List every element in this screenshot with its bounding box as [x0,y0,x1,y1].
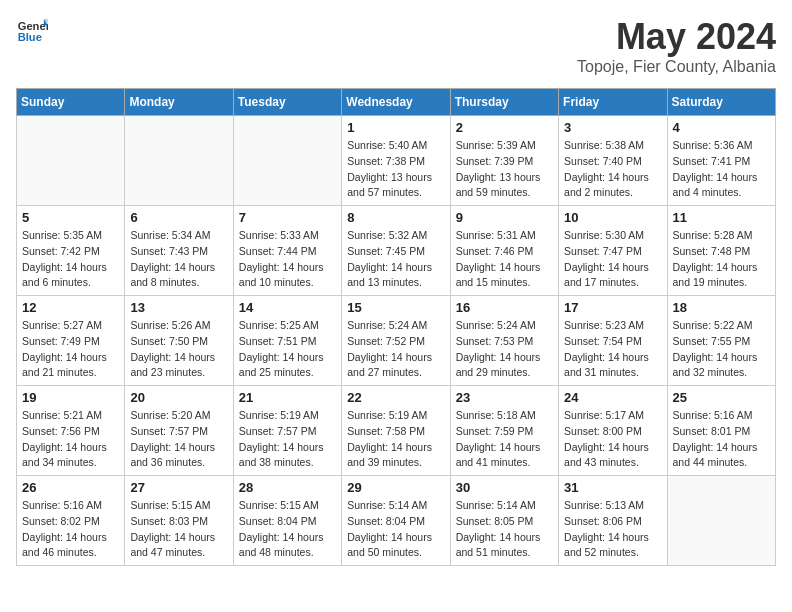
calendar-cell: 13Sunrise: 5:26 AMSunset: 7:50 PMDayligh… [125,296,233,386]
calendar-cell: 24Sunrise: 5:17 AMSunset: 8:00 PMDayligh… [559,386,667,476]
page-header: General Blue May 2024 Topoje, Fier Count… [16,16,776,76]
cell-info: Sunrise: 5:13 AMSunset: 8:06 PMDaylight:… [564,498,661,561]
cell-day-number: 26 [22,480,119,495]
cell-info: Sunrise: 5:17 AMSunset: 8:00 PMDaylight:… [564,408,661,471]
calendar-cell: 12Sunrise: 5:27 AMSunset: 7:49 PMDayligh… [17,296,125,386]
cell-info: Sunrise: 5:16 AMSunset: 8:02 PMDaylight:… [22,498,119,561]
cell-info: Sunrise: 5:15 AMSunset: 8:03 PMDaylight:… [130,498,227,561]
cell-info: Sunrise: 5:21 AMSunset: 7:56 PMDaylight:… [22,408,119,471]
cell-info: Sunrise: 5:19 AMSunset: 7:58 PMDaylight:… [347,408,444,471]
cell-day-number: 31 [564,480,661,495]
calendar-cell: 20Sunrise: 5:20 AMSunset: 7:57 PMDayligh… [125,386,233,476]
location-title: Topoje, Fier County, Albania [577,58,776,76]
cell-info: Sunrise: 5:32 AMSunset: 7:45 PMDaylight:… [347,228,444,291]
calendar-cell: 28Sunrise: 5:15 AMSunset: 8:04 PMDayligh… [233,476,341,566]
cell-info: Sunrise: 5:26 AMSunset: 7:50 PMDaylight:… [130,318,227,381]
cell-day-number: 2 [456,120,553,135]
cell-info: Sunrise: 5:28 AMSunset: 7:48 PMDaylight:… [673,228,770,291]
cell-info: Sunrise: 5:33 AMSunset: 7:44 PMDaylight:… [239,228,336,291]
cell-info: Sunrise: 5:23 AMSunset: 7:54 PMDaylight:… [564,318,661,381]
calendar-cell: 5Sunrise: 5:35 AMSunset: 7:42 PMDaylight… [17,206,125,296]
cell-day-number: 25 [673,390,770,405]
week-row-4: 19Sunrise: 5:21 AMSunset: 7:56 PMDayligh… [17,386,776,476]
cell-day-number: 10 [564,210,661,225]
calendar-cell: 31Sunrise: 5:13 AMSunset: 8:06 PMDayligh… [559,476,667,566]
calendar-cell: 14Sunrise: 5:25 AMSunset: 7:51 PMDayligh… [233,296,341,386]
week-row-3: 12Sunrise: 5:27 AMSunset: 7:49 PMDayligh… [17,296,776,386]
cell-info: Sunrise: 5:24 AMSunset: 7:52 PMDaylight:… [347,318,444,381]
calendar-cell: 19Sunrise: 5:21 AMSunset: 7:56 PMDayligh… [17,386,125,476]
cell-day-number: 29 [347,480,444,495]
weekday-header-thursday: Thursday [450,89,558,116]
calendar-cell: 26Sunrise: 5:16 AMSunset: 8:02 PMDayligh… [17,476,125,566]
cell-info: Sunrise: 5:14 AMSunset: 8:05 PMDaylight:… [456,498,553,561]
month-title: May 2024 [577,16,776,58]
cell-day-number: 28 [239,480,336,495]
calendar-cell: 9Sunrise: 5:31 AMSunset: 7:46 PMDaylight… [450,206,558,296]
cell-day-number: 8 [347,210,444,225]
title-block: May 2024 Topoje, Fier County, Albania [577,16,776,76]
svg-text:General: General [18,20,48,32]
cell-day-number: 22 [347,390,444,405]
cell-day-number: 11 [673,210,770,225]
calendar-cell: 16Sunrise: 5:24 AMSunset: 7:53 PMDayligh… [450,296,558,386]
cell-day-number: 17 [564,300,661,315]
logo: General Blue [16,16,48,44]
cell-info: Sunrise: 5:38 AMSunset: 7:40 PMDaylight:… [564,138,661,201]
cell-info: Sunrise: 5:39 AMSunset: 7:39 PMDaylight:… [456,138,553,201]
calendar-table: SundayMondayTuesdayWednesdayThursdayFrid… [16,88,776,566]
cell-day-number: 23 [456,390,553,405]
calendar-cell: 18Sunrise: 5:22 AMSunset: 7:55 PMDayligh… [667,296,775,386]
cell-info: Sunrise: 5:27 AMSunset: 7:49 PMDaylight:… [22,318,119,381]
cell-day-number: 24 [564,390,661,405]
cell-day-number: 16 [456,300,553,315]
cell-day-number: 1 [347,120,444,135]
calendar-cell: 7Sunrise: 5:33 AMSunset: 7:44 PMDaylight… [233,206,341,296]
cell-day-number: 3 [564,120,661,135]
cell-info: Sunrise: 5:24 AMSunset: 7:53 PMDaylight:… [456,318,553,381]
cell-info: Sunrise: 5:34 AMSunset: 7:43 PMDaylight:… [130,228,227,291]
cell-day-number: 5 [22,210,119,225]
cell-day-number: 7 [239,210,336,225]
calendar-cell: 23Sunrise: 5:18 AMSunset: 7:59 PMDayligh… [450,386,558,476]
cell-info: Sunrise: 5:35 AMSunset: 7:42 PMDaylight:… [22,228,119,291]
cell-info: Sunrise: 5:16 AMSunset: 8:01 PMDaylight:… [673,408,770,471]
calendar-cell: 21Sunrise: 5:19 AMSunset: 7:57 PMDayligh… [233,386,341,476]
weekday-header-monday: Monday [125,89,233,116]
cell-info: Sunrise: 5:31 AMSunset: 7:46 PMDaylight:… [456,228,553,291]
cell-info: Sunrise: 5:36 AMSunset: 7:41 PMDaylight:… [673,138,770,201]
logo-icon: General Blue [16,16,48,44]
calendar-cell: 10Sunrise: 5:30 AMSunset: 7:47 PMDayligh… [559,206,667,296]
cell-info: Sunrise: 5:30 AMSunset: 7:47 PMDaylight:… [564,228,661,291]
cell-info: Sunrise: 5:25 AMSunset: 7:51 PMDaylight:… [239,318,336,381]
calendar-cell: 17Sunrise: 5:23 AMSunset: 7:54 PMDayligh… [559,296,667,386]
svg-text:Blue: Blue [18,31,42,43]
cell-day-number: 27 [130,480,227,495]
cell-info: Sunrise: 5:15 AMSunset: 8:04 PMDaylight:… [239,498,336,561]
calendar-cell: 4Sunrise: 5:36 AMSunset: 7:41 PMDaylight… [667,116,775,206]
cell-day-number: 30 [456,480,553,495]
calendar-cell: 8Sunrise: 5:32 AMSunset: 7:45 PMDaylight… [342,206,450,296]
calendar-cell [17,116,125,206]
cell-day-number: 12 [22,300,119,315]
calendar-cell [125,116,233,206]
cell-day-number: 18 [673,300,770,315]
cell-info: Sunrise: 5:20 AMSunset: 7:57 PMDaylight:… [130,408,227,471]
week-row-5: 26Sunrise: 5:16 AMSunset: 8:02 PMDayligh… [17,476,776,566]
cell-info: Sunrise: 5:22 AMSunset: 7:55 PMDaylight:… [673,318,770,381]
calendar-cell: 6Sunrise: 5:34 AMSunset: 7:43 PMDaylight… [125,206,233,296]
cell-day-number: 9 [456,210,553,225]
calendar-cell: 1Sunrise: 5:40 AMSunset: 7:38 PMDaylight… [342,116,450,206]
calendar-cell: 15Sunrise: 5:24 AMSunset: 7:52 PMDayligh… [342,296,450,386]
cell-info: Sunrise: 5:18 AMSunset: 7:59 PMDaylight:… [456,408,553,471]
calendar-cell: 22Sunrise: 5:19 AMSunset: 7:58 PMDayligh… [342,386,450,476]
weekday-header-saturday: Saturday [667,89,775,116]
week-row-2: 5Sunrise: 5:35 AMSunset: 7:42 PMDaylight… [17,206,776,296]
cell-day-number: 21 [239,390,336,405]
cell-day-number: 20 [130,390,227,405]
weekday-header-sunday: Sunday [17,89,125,116]
weekday-header-friday: Friday [559,89,667,116]
cell-day-number: 15 [347,300,444,315]
cell-day-number: 19 [22,390,119,405]
cell-day-number: 4 [673,120,770,135]
